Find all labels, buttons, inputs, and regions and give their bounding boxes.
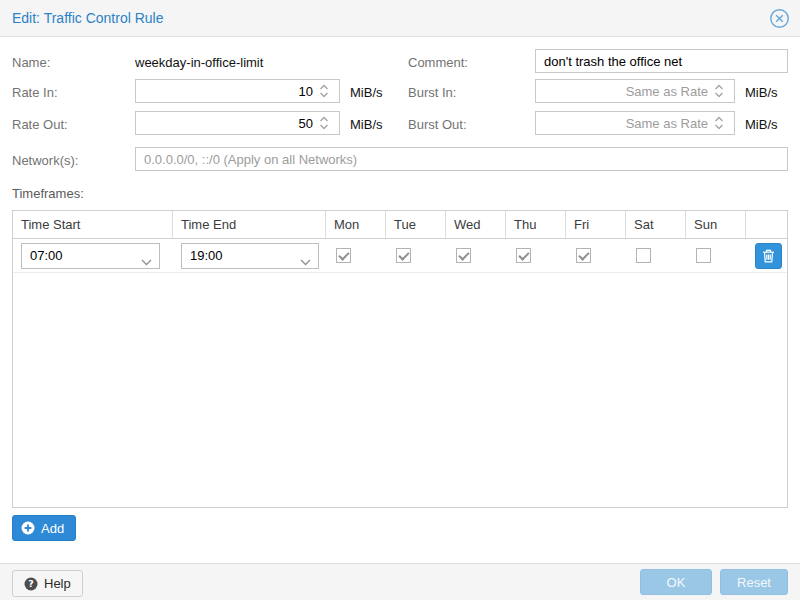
rate-out-field[interactable]: [135, 111, 340, 135]
burst-in-label: Burst In:: [408, 85, 456, 100]
checkbox-fri[interactable]: [576, 248, 591, 263]
column-header-time-start: Time Start: [13, 211, 173, 238]
rate-out-unit: MiB/s: [350, 117, 383, 132]
networks-field[interactable]: [135, 147, 788, 171]
rate-in-field[interactable]: [135, 79, 340, 103]
help-button-label: Help: [44, 576, 71, 591]
networks-label: Network(s):: [12, 153, 78, 168]
comment-field[interactable]: [535, 49, 788, 73]
checkbox-mon[interactable]: [336, 248, 351, 263]
rate-in-label: Rate In:: [12, 85, 58, 100]
column-header-sat: Sat: [626, 211, 686, 238]
checkbox-wed[interactable]: [456, 248, 471, 263]
ok-button[interactable]: OK: [640, 569, 712, 595]
help-icon: ?: [24, 577, 38, 591]
timeframes-label: Timeframes:: [12, 186, 84, 201]
burst-out-unit: MiB/s: [745, 117, 778, 132]
name-value: weekday-in-office-limit: [135, 55, 263, 70]
rate-out-spinner-icon[interactable]: [319, 115, 329, 131]
svg-text:?: ?: [28, 578, 34, 589]
column-header-thu: Thu: [506, 211, 566, 238]
dialog-title: Edit: Traffic Control Rule: [12, 10, 163, 26]
ok-button-label: OK: [667, 575, 686, 590]
checkbox-sat[interactable]: [636, 248, 651, 263]
chevron-down-icon[interactable]: [300, 254, 311, 269]
name-label: Name:: [12, 55, 50, 70]
time-start-value: 07:00: [30, 248, 63, 263]
grid-header-row: Time Start Time End Mon Tue Wed Thu Fri …: [13, 211, 787, 239]
burst-in-field[interactable]: [535, 79, 735, 103]
delete-row-button[interactable]: [755, 243, 782, 269]
rate-in-unit: MiB/s: [350, 85, 383, 100]
burst-out-field[interactable]: [535, 111, 735, 135]
burst-out-spinner-icon[interactable]: [714, 115, 724, 131]
add-plus-icon: [21, 521, 35, 535]
rate-in-spinner-icon[interactable]: [319, 83, 329, 99]
comment-label: Comment:: [408, 55, 468, 70]
burst-in-unit: MiB/s: [745, 85, 778, 100]
checkbox-sun[interactable]: [696, 248, 711, 263]
timeframe-row: 07:00 19:00: [13, 239, 787, 273]
reset-button-label: Reset: [737, 575, 771, 590]
burst-out-label: Burst Out:: [408, 117, 467, 132]
chevron-down-icon[interactable]: [141, 254, 152, 269]
time-end-combo[interactable]: 19:00: [181, 243, 319, 269]
column-header-actions: [746, 211, 787, 238]
time-end-value: 19:00: [190, 248, 223, 263]
column-header-mon: Mon: [326, 211, 386, 238]
dialog-header: Edit: Traffic Control Rule: [0, 0, 800, 37]
help-button[interactable]: ? Help: [12, 570, 83, 597]
add-button-label: Add: [41, 521, 64, 536]
trash-icon: [762, 249, 775, 263]
edit-traffic-control-rule-dialog: Edit: Traffic Control Rule Name: weekday…: [0, 0, 800, 600]
rate-out-label: Rate Out:: [12, 117, 68, 132]
column-header-sun: Sun: [686, 211, 746, 238]
add-button[interactable]: Add: [12, 515, 76, 541]
close-icon[interactable]: [769, 8, 790, 29]
checkbox-tue[interactable]: [396, 248, 411, 263]
burst-in-spinner-icon[interactable]: [714, 83, 724, 99]
column-header-wed: Wed: [446, 211, 506, 238]
column-header-time-end: Time End: [173, 211, 326, 238]
time-start-combo[interactable]: 07:00: [21, 243, 160, 269]
column-header-fri: Fri: [566, 211, 626, 238]
timeframes-grid: Time Start Time End Mon Tue Wed Thu Fri …: [12, 210, 788, 508]
dialog-footer: ? Help OK Reset: [0, 563, 800, 600]
reset-button[interactable]: Reset: [720, 569, 788, 595]
column-header-tue: Tue: [386, 211, 446, 238]
checkbox-thu[interactable]: [516, 248, 531, 263]
